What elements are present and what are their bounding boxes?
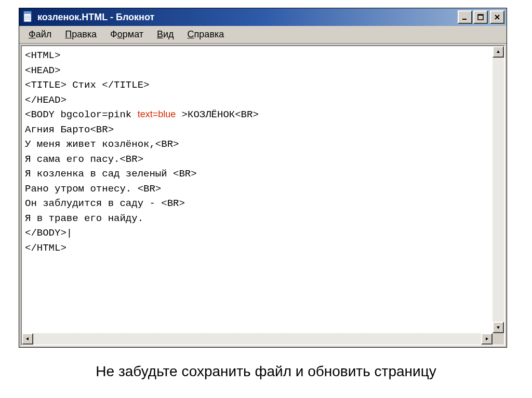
minimize-button[interactable] — [458, 10, 472, 24]
scroll-track-v[interactable] — [493, 58, 504, 322]
scrollbar-vertical[interactable] — [493, 46, 504, 345]
svg-rect-7 — [478, 15, 483, 16]
svg-rect-1 — [24, 11, 31, 14]
scroll-corner — [493, 333, 504, 345]
scroll-right-button[interactable] — [481, 333, 493, 345]
close-button[interactable] — [490, 10, 504, 24]
scroll-track-h[interactable] — [33, 333, 481, 345]
scrollbar-horizontal[interactable] — [22, 333, 493, 345]
titlebar[interactable]: козленок.HTML - Блокнот — [19, 8, 507, 26]
svg-rect-5 — [462, 19, 467, 20]
menu-file[interactable]: Файл — [23, 27, 57, 42]
menu-edit[interactable]: Правка — [60, 27, 102, 42]
notepad-window: козленок.HTML - Блокнот Файл Правка Форм… — [19, 8, 507, 348]
scroll-up-button[interactable] — [493, 46, 504, 58]
editor-area-wrap: <HTML> <HEAD> <TITLE> Стих </TITLE> </HE… — [19, 44, 507, 347]
scroll-left-button[interactable] — [22, 333, 33, 345]
window-controls — [458, 10, 504, 24]
menu-format[interactable]: Формат — [105, 27, 149, 42]
editor-border: <HTML> <HEAD> <TITLE> Стих </TITLE> </HE… — [21, 45, 505, 346]
window-title: козленок.HTML - Блокнот — [37, 12, 458, 23]
menu-view[interactable]: Вид — [152, 27, 179, 42]
text-editor[interactable]: <HTML> <HEAD> <TITLE> Стих </TITLE> </HE… — [22, 46, 493, 345]
maximize-button[interactable] — [473, 10, 488, 24]
scroll-down-button[interactable] — [493, 322, 504, 333]
menubar: Файл Правка Формат Вид Справка — [19, 26, 507, 44]
notepad-icon — [23, 11, 33, 23]
menu-help[interactable]: Справка — [182, 27, 230, 42]
slide-caption: Не забудьте сохранить файл и обновить ст… — [0, 363, 532, 380]
